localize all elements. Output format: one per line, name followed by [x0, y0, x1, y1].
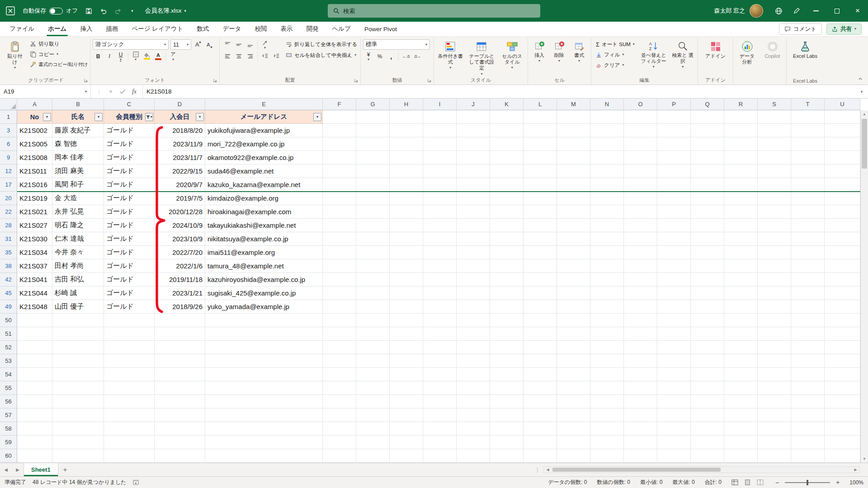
cell[interactable]	[457, 164, 490, 178]
cell[interactable]	[17, 354, 52, 368]
cell[interactable]	[691, 219, 724, 232]
cell[interactable]	[657, 354, 691, 368]
cell[interactable]	[52, 395, 104, 408]
column-header-G[interactable]: G	[356, 99, 390, 110]
cell[interactable]	[356, 246, 390, 259]
cell[interactable]	[590, 178, 624, 192]
cell-no[interactable]: K21S034	[17, 246, 52, 259]
cell[interactable]	[624, 314, 657, 327]
cell-no[interactable]: K21S005	[17, 137, 52, 151]
cell[interactable]	[524, 300, 557, 314]
cell[interactable]	[758, 422, 791, 436]
cell[interactable]	[423, 246, 457, 259]
share-button[interactable]: 共有 ▾	[826, 23, 862, 35]
ribbon-tab-3[interactable]: 描画	[99, 22, 125, 36]
cell[interactable]	[457, 219, 490, 232]
cell[interactable]	[323, 205, 356, 219]
cell[interactable]	[791, 395, 825, 408]
cell[interactable]	[205, 354, 323, 368]
cell[interactable]	[490, 164, 524, 178]
cell[interactable]	[457, 110, 490, 124]
row-header-56[interactable]: 56	[0, 395, 17, 408]
cell[interactable]	[557, 259, 590, 273]
cell-email[interactable]: takayukiakashi@example.net	[205, 219, 323, 232]
cell[interactable]	[490, 341, 524, 354]
row-header-31[interactable]: 31	[0, 232, 17, 246]
scroll-up-arrow[interactable]: ▲	[861, 110, 868, 118]
cell-email[interactable]: okamoto922@example.co.jp	[205, 151, 323, 164]
cell[interactable]	[758, 219, 791, 232]
cell[interactable]	[624, 219, 657, 232]
cell[interactable]	[758, 286, 791, 300]
copy-button[interactable]: コピー ▾	[28, 49, 90, 59]
cell[interactable]	[52, 354, 104, 368]
column-header-A[interactable]: A	[17, 99, 52, 110]
row-header-1[interactable]: 1	[0, 110, 17, 124]
cell[interactable]	[825, 219, 860, 232]
cell[interactable]	[155, 408, 205, 422]
cell[interactable]	[691, 395, 724, 408]
row-header-22[interactable]: 22	[0, 205, 17, 219]
cell[interactable]	[825, 286, 860, 300]
cell[interactable]	[423, 381, 457, 395]
phonetic-button[interactable]: ア▾	[168, 51, 179, 61]
cell[interactable]	[423, 219, 457, 232]
cell[interactable]	[490, 286, 524, 300]
row-header-17[interactable]: 17	[0, 178, 17, 192]
cell[interactable]	[825, 341, 860, 354]
header-cell-1[interactable]: 氏名▾	[52, 110, 104, 124]
cell[interactable]	[724, 137, 758, 151]
cell[interactable]	[490, 395, 524, 408]
cell[interactable]	[758, 354, 791, 368]
cell[interactable]	[791, 124, 825, 137]
cell-email[interactable]: suda46@example.net	[205, 164, 323, 178]
cell-name[interactable]: 杉崎 誠	[52, 286, 104, 300]
cell-no[interactable]: K21S019	[17, 192, 52, 205]
cell[interactable]	[557, 408, 590, 422]
cell[interactable]	[104, 408, 155, 422]
cell[interactable]	[205, 368, 323, 381]
cell[interactable]	[390, 449, 423, 463]
font-name-select[interactable]: 游ゴシック ▾	[93, 39, 169, 50]
cell-email[interactable]: imai511@example.org	[205, 246, 323, 259]
cell[interactable]	[791, 232, 825, 246]
cell[interactable]	[323, 246, 356, 259]
cell[interactable]	[657, 164, 691, 178]
increase-indent-button[interactable]	[271, 51, 282, 61]
cell[interactable]	[557, 354, 590, 368]
cell-name[interactable]: 永井 弘晃	[52, 205, 104, 219]
autosave-control[interactable]: 自動保存 オフ	[23, 7, 78, 15]
cell[interactable]	[155, 341, 205, 354]
cell[interactable]	[724, 164, 758, 178]
percent-button[interactable]: %	[374, 51, 385, 61]
cell[interactable]	[691, 259, 724, 273]
column-header-Q[interactable]: Q	[691, 99, 724, 110]
select-all-corner[interactable]	[0, 99, 17, 110]
ribbon-tab-2[interactable]: 挿入	[73, 22, 99, 36]
cell[interactable]	[457, 286, 490, 300]
cell[interactable]	[758, 368, 791, 381]
row-header-55[interactable]: 55	[0, 381, 17, 395]
row-header-52[interactable]: 52	[0, 341, 17, 354]
search-input[interactable]	[343, 8, 535, 14]
cell[interactable]	[457, 232, 490, 246]
cell[interactable]	[457, 124, 490, 137]
cell[interactable]	[457, 192, 490, 205]
cell[interactable]	[691, 273, 724, 286]
cell[interactable]	[457, 408, 490, 422]
cell[interactable]	[52, 368, 104, 381]
cell[interactable]	[590, 368, 624, 381]
copilot-button[interactable]: Copilot	[761, 39, 784, 60]
cell[interactable]	[490, 273, 524, 286]
cell[interactable]	[590, 164, 624, 178]
cell[interactable]	[524, 137, 557, 151]
cell[interactable]	[724, 368, 758, 381]
clear-button[interactable]: クリア ▾	[594, 60, 637, 70]
cell[interactable]	[104, 354, 155, 368]
cell-no[interactable]: K21S008	[17, 151, 52, 164]
cell[interactable]	[155, 354, 205, 368]
cell[interactable]	[390, 300, 423, 314]
insert-function-button[interactable]: fx	[129, 86, 140, 97]
cell[interactable]	[524, 449, 557, 463]
cell[interactable]	[557, 246, 590, 259]
